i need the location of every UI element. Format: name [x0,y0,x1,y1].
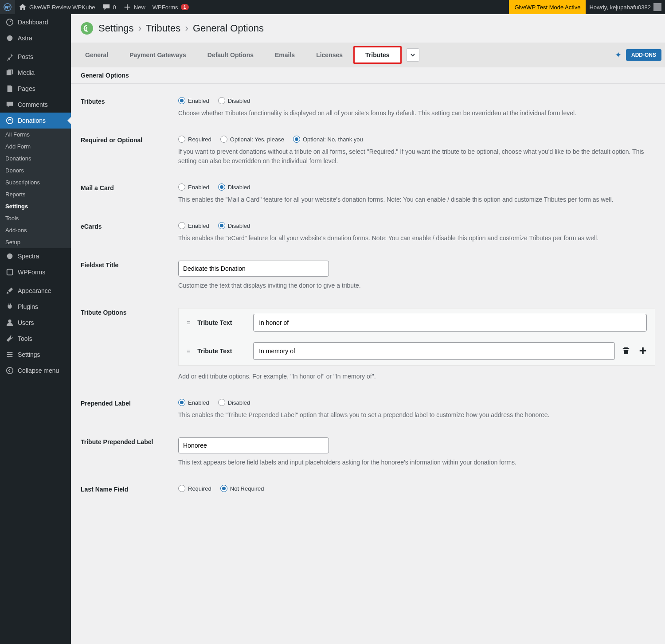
astra-icon [5,34,14,43]
sliders-icon [5,350,14,359]
last-name-not-required-radio[interactable]: Not Required [220,485,264,492]
prepended-enabled-radio[interactable]: Enabled [178,399,209,406]
test-mode-banner[interactable]: GiveWP Test Mode Active [509,0,586,14]
sidebar-item-astra[interactable]: Astra [0,30,71,46]
delete-option-button[interactable] [622,347,630,356]
submenu-donations[interactable]: Donations [0,152,71,164]
label-last-name: Last Name Field [81,485,178,496]
ecards-enabled-radio[interactable]: Enabled [178,222,209,229]
sidebar-item-tools[interactable]: Tools [0,331,71,347]
optional-no-radio[interactable]: Optional: No, thank you [293,136,363,143]
row-mail-card: Mail a Card Enabled Disabled This enable… [81,175,655,213]
row-tribute-options: Tribute Options ≡ Tribute Text ≡ Tribute… [81,299,655,390]
sidebar-item-spectra[interactable]: Spectra [0,248,71,264]
submenu-subscriptions[interactable]: Subscriptions [0,176,71,188]
tribute-prepended-input[interactable] [178,437,329,453]
plus-icon [639,347,647,355]
tab-default-options[interactable]: Default Options [197,43,264,67]
tab-tributes[interactable]: Tributes [353,46,401,64]
row-prepended-label: Prepended Label Enabled Disabled This en… [81,390,655,429]
sidebar-item-posts[interactable]: Posts [0,49,71,65]
new-content-link[interactable]: New [120,0,149,14]
svg-point-7 [8,352,10,354]
my-account-link[interactable]: Howdy, kejupahafu0382 [586,0,665,14]
sidebar-item-donations[interactable]: Donations [0,113,71,129]
add-option-button[interactable] [639,347,647,356]
drag-handle-icon[interactable]: ≡ [187,347,190,355]
label-mail-card: Mail a Card [81,183,178,204]
tab-general[interactable]: General [74,43,119,67]
tab-emails[interactable]: Emails [264,43,305,67]
sidebar-item-dashboard[interactable]: Dashboard [0,14,71,30]
sidebar-item-users[interactable]: Users [0,315,71,331]
submenu-donors[interactable]: Donors [0,164,71,176]
label-tributes: Tributes [81,97,178,118]
tribute-text-input-1[interactable] [253,314,647,332]
tribute-options-box: ≡ Tribute Text ≡ Tribute Text [178,308,655,366]
subsection-title: General Options [71,67,665,84]
avatar-icon [653,3,661,11]
givewp-logo-icon [81,22,93,35]
site-name-link[interactable]: GiveWP Review WPKube [15,0,99,14]
svg-point-8 [10,354,12,355]
media-icon [5,68,14,77]
tributes-enabled-radio[interactable]: Enabled [178,97,209,104]
sidebar-item-comments[interactable]: Comments [0,97,71,113]
sidebar-item-plugins[interactable]: Plugins [0,299,71,315]
wp-logo[interactable] [0,0,15,14]
tabs-more-button[interactable] [406,48,419,62]
prepended-disabled-radio[interactable]: Disabled [218,399,250,406]
wpforms-icon [5,268,14,277]
mail-disabled-radio[interactable]: Disabled [218,183,250,191]
page-icon [5,84,14,93]
submenu-all-forms[interactable]: All Forms [0,129,71,141]
sidebar-item-media[interactable]: Media [0,65,71,81]
submenu-setup[interactable]: Setup [0,236,71,248]
svg-point-2 [7,35,13,41]
tributes-disabled-radio[interactable]: Disabled [218,97,250,104]
comments-link[interactable]: 0 [99,0,120,14]
svg-point-9 [8,356,10,358]
sidebar-item-pages[interactable]: Pages [0,81,71,97]
wpforms-link[interactable]: WPForms 1 [149,0,192,14]
required-radio[interactable]: Required [178,136,211,143]
plugin-icon [5,302,14,311]
label-tribute-prepended: Tribute Prepended Label [81,437,178,467]
plus-icon [123,3,131,11]
sidebar-item-settings[interactable]: Settings [0,347,71,363]
ecards-disabled-radio[interactable]: Disabled [218,222,250,229]
submenu-tools[interactable]: Tools [0,212,71,224]
sidebar-item-collapse[interactable]: Collapse menu [0,363,71,379]
svg-point-10 [7,367,13,374]
wrench-icon [5,334,14,343]
label-tribute-options: Tribute Options [81,308,178,381]
tribute-option-row: ≡ Tribute Text [184,337,649,365]
drag-handle-icon[interactable]: ≡ [187,319,190,326]
mail-enabled-radio[interactable]: Enabled [178,183,209,191]
addons-button[interactable]: ADD-ONS [626,49,661,61]
donations-submenu: All Forms Add Form Donations Donors Subs… [0,129,71,248]
label-fieldset-title: Fieldset Title [81,261,178,290]
sidebar-item-wpforms[interactable]: WPForms [0,264,71,280]
submenu-addons[interactable]: Add-ons [0,224,71,236]
comment-icon [102,3,110,11]
svg-point-3 [7,117,13,124]
tab-payment-gateways[interactable]: Payment Gateways [119,43,197,67]
tab-licenses[interactable]: Licenses [305,43,353,67]
page-header: Settings › Tributes › General Options [71,14,665,43]
fieldset-title-input[interactable] [178,261,329,277]
brush-icon [5,286,14,295]
row-tributes: Tributes Enabled Disabled Choose whether… [81,88,655,127]
submenu-settings[interactable]: Settings [0,200,71,212]
row-tribute-prepended-label: Tribute Prepended Label This text appear… [81,429,655,476]
submenu-add-form[interactable]: Add Form [0,141,71,152]
label-required: Required or Optional [81,136,178,166]
submenu-reports[interactable]: Reports [0,188,71,200]
collapse-icon [5,366,14,375]
label-prepended: Prepended Label [81,399,178,420]
sidebar-item-appearance[interactable]: Appearance [0,283,71,299]
tribute-text-input-2[interactable] [253,342,615,360]
optional-yes-radio[interactable]: Optional: Yes, please [220,136,284,143]
last-name-required-radio[interactable]: Required [178,485,211,492]
breadcrumb: Settings › Tributes › General Options [98,23,264,34]
